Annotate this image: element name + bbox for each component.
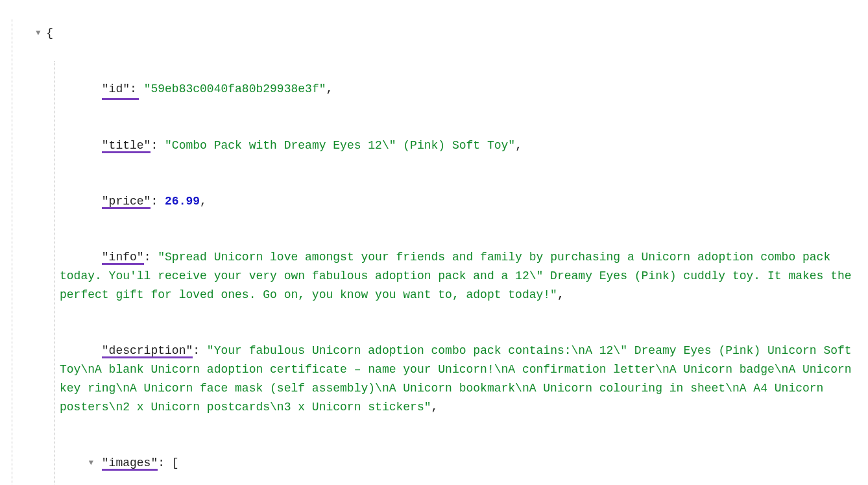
json-viewer: ▼{ "id": "59eb83c0040fa80b29938e3f", "ti…	[8, 5, 860, 485]
json-key-info: "info"	[102, 251, 144, 264]
json-value-price: 26.99	[165, 195, 200, 208]
colon: :	[193, 344, 207, 357]
expand-toggle-icon[interactable]: ▼	[89, 457, 97, 469]
json-value-info: "Spread Unicorn love amongst your friend…	[60, 251, 858, 301]
json-pair-images: ▼"images": [	[8, 435, 860, 485]
comma: ,	[557, 288, 564, 301]
comma: ,	[431, 401, 439, 414]
comma: ,	[200, 195, 207, 208]
json-pair-id: "id": "59eb83c0040fa80b29938e3f",	[8, 61, 860, 117]
object-open-line: ▼{	[8, 5, 860, 61]
colon: :	[151, 139, 165, 152]
json-key-id: "id"	[102, 82, 130, 95]
json-key-price: "price"	[102, 195, 151, 208]
colon: :	[158, 456, 172, 469]
json-key-description: "description"	[102, 344, 193, 357]
json-key-images: "images"	[102, 456, 158, 469]
expand-toggle-icon[interactable]: ▼	[36, 27, 43, 40]
json-key-title: "title"	[102, 139, 151, 152]
json-value-id: "59eb83c0040fa80b29938e3f"	[144, 82, 326, 95]
json-pair-info: "info": "Spread Unicorn love amongst you…	[8, 230, 860, 323]
brace-open: {	[46, 27, 53, 40]
colon: :	[130, 82, 144, 95]
bracket-open: [	[172, 456, 179, 469]
colon: :	[151, 195, 165, 208]
json-pair-description: "description": "Your fabulous Unicorn ad…	[8, 323, 860, 436]
json-pair-price: "price": 26.99,	[8, 173, 860, 229]
comma: ,	[515, 139, 522, 152]
json-pair-title: "title": "Combo Pack with Dreamy Eyes 12…	[8, 118, 860, 173]
colon: :	[144, 251, 158, 264]
json-value-title: "Combo Pack with Dreamy Eyes 12\" (Pink)…	[165, 139, 515, 152]
comma: ,	[326, 82, 333, 95]
